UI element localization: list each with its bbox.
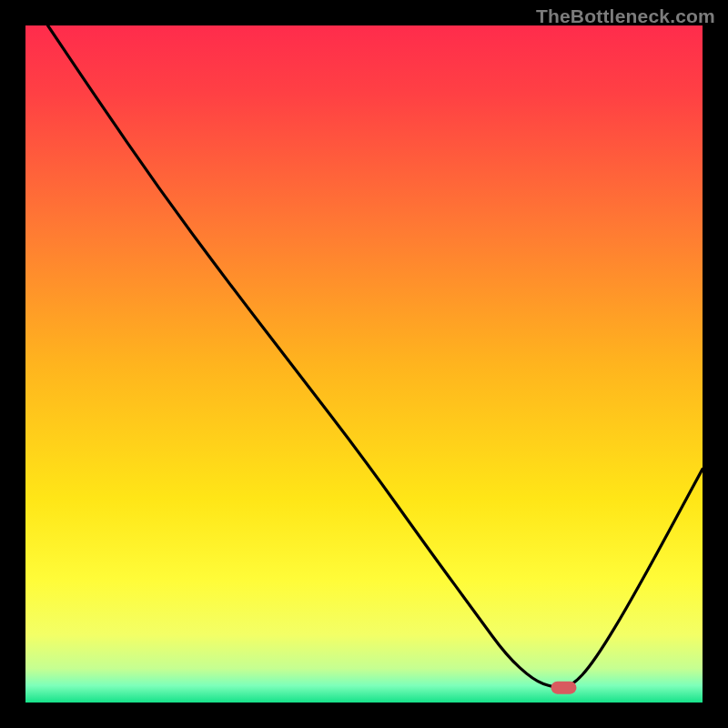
gradient-background: [25, 25, 703, 703]
watermark-text: TheBottleneck.com: [536, 5, 715, 27]
optimal-marker: [551, 682, 576, 694]
chart-svg: [25, 25, 703, 703]
chart-container: TheBottleneck.com: [0, 0, 728, 728]
plot-area: [25, 25, 703, 703]
